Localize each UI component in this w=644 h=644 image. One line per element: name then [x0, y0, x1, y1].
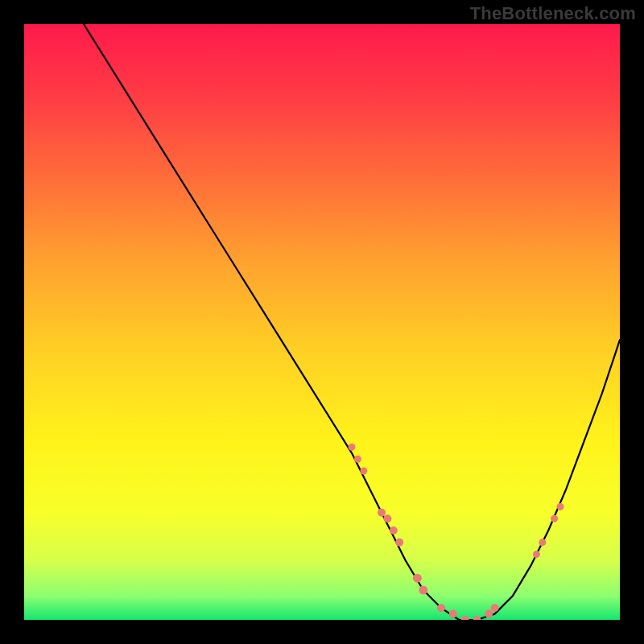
highlight-point [354, 456, 361, 463]
plot-svg [24, 24, 620, 620]
highlight-point [557, 503, 564, 510]
highlight-point [449, 610, 457, 618]
highlight-point [533, 551, 540, 558]
highlight-point [437, 604, 445, 612]
highlight-point [383, 514, 391, 522]
highlight-point [349, 444, 356, 451]
highlight-point [395, 539, 403, 547]
highlight-point [378, 509, 386, 517]
highlight-point [419, 586, 427, 595]
highlight-point [491, 604, 499, 612]
chart-frame: TheBottleneck.com [0, 0, 644, 644]
plot-area [24, 24, 620, 620]
gradient-rect [24, 24, 620, 620]
highlight-point [551, 515, 558, 522]
highlight-point [360, 468, 367, 475]
highlight-point [413, 574, 422, 583]
highlight-point [539, 539, 546, 546]
watermark-text: TheBottleneck.com [470, 3, 636, 24]
highlight-point [485, 610, 493, 618]
highlight-point [390, 526, 398, 535]
